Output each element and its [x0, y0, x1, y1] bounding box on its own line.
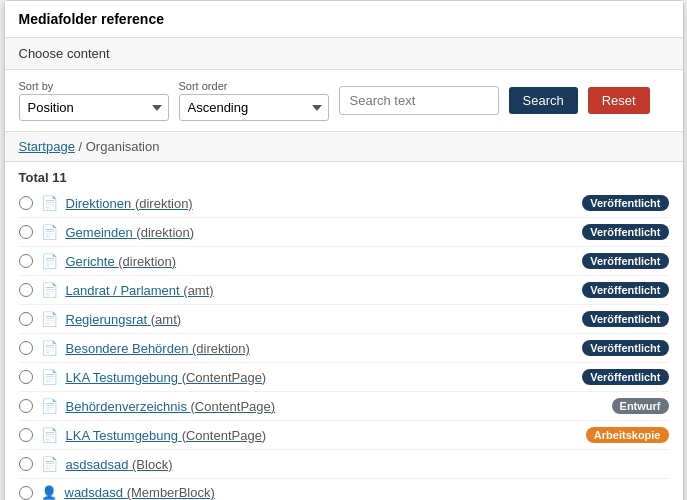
file-icon: 📄 [41, 398, 58, 414]
search-button[interactable]: Search [509, 87, 578, 114]
list-item: 📄LKA Testumgebung (ContentPage)Arbeitsko… [19, 421, 669, 450]
item-link[interactable]: Gerichte (direktion) [66, 254, 575, 269]
item-link[interactable]: LKA Testumgebung (ContentPage) [66, 370, 575, 385]
sort-order-label: Sort order [179, 80, 329, 92]
status-badge: Veröffentlicht [582, 340, 668, 356]
item-radio[interactable] [19, 399, 33, 413]
status-badge: Veröffentlicht [582, 369, 668, 385]
file-icon: 📄 [41, 456, 58, 472]
file-icon: 📄 [41, 369, 58, 385]
item-link[interactable]: LKA Testumgebung (ContentPage) [66, 428, 578, 443]
item-radio[interactable] [19, 370, 33, 384]
sort-by-label: Sort by [19, 80, 169, 92]
status-badge: Veröffentlicht [582, 195, 668, 211]
sort-order-select[interactable]: Ascending Descending [179, 94, 329, 121]
file-icon: 📄 [41, 282, 58, 298]
person-icon: 👤 [41, 485, 57, 500]
status-badge: Veröffentlicht [582, 253, 668, 269]
status-badge: Veröffentlicht [582, 224, 668, 240]
item-radio[interactable] [19, 225, 33, 239]
breadcrumb-startpage[interactable]: Startpage [19, 139, 75, 154]
status-badge: Arbeitskopie [586, 427, 669, 443]
item-radio[interactable] [19, 428, 33, 442]
total-count: Total 11 [5, 162, 683, 189]
item-link[interactable]: Landrat / Parlament (amt) [66, 283, 575, 298]
list-item: 📄Regierungsrat (amt)Veröffentlicht [19, 305, 669, 334]
status-badge: Veröffentlicht [582, 311, 668, 327]
search-input[interactable] [339, 86, 499, 115]
item-link[interactable]: Gemeinden (direktion) [66, 225, 575, 240]
status-badge: Veröffentlicht [582, 282, 668, 298]
toolbar: Sort by Position Title Date Sort order A… [5, 70, 683, 132]
item-radio[interactable] [19, 196, 33, 210]
file-icon: 📄 [41, 311, 58, 327]
breadcrumb-current: Organisation [86, 139, 160, 154]
item-radio[interactable] [19, 341, 33, 355]
list-item: 📄Gemeinden (direktion)Veröffentlicht [19, 218, 669, 247]
mediafolder-modal: Mediafolder reference Choose content Sor… [4, 0, 684, 500]
list-item: 📄Gerichte (direktion)Veröffentlicht [19, 247, 669, 276]
sort-by-group: Sort by Position Title Date [19, 80, 169, 121]
item-list: 📄Direktionen (direktion)Veröffentlicht📄G… [5, 189, 683, 500]
sort-order-group: Sort order Ascending Descending [179, 80, 329, 121]
sort-by-select[interactable]: Position Title Date [19, 94, 169, 121]
item-link[interactable]: Behördenverzeichnis (ContentPage) [66, 399, 604, 414]
file-icon: 📄 [41, 253, 58, 269]
reset-button[interactable]: Reset [588, 87, 650, 114]
item-link[interactable]: Besondere Behörden (direktion) [66, 341, 575, 356]
file-icon: 📄 [41, 224, 58, 240]
item-radio[interactable] [19, 283, 33, 297]
status-badge: Entwurf [612, 398, 669, 414]
item-radio[interactable] [19, 486, 33, 500]
item-link[interactable]: Direktionen (direktion) [66, 196, 575, 211]
file-icon: 📄 [41, 427, 58, 443]
file-icon: 📄 [41, 340, 58, 356]
list-item: 📄Behördenverzeichnis (ContentPage)Entwur… [19, 392, 669, 421]
list-item: 📄Direktionen (direktion)Veröffentlicht [19, 189, 669, 218]
item-radio[interactable] [19, 312, 33, 326]
list-item: 📄Besondere Behörden (direktion)Veröffent… [19, 334, 669, 363]
item-radio[interactable] [19, 254, 33, 268]
list-item: 📄LKA Testumgebung (ContentPage)Veröffent… [19, 363, 669, 392]
list-item: 📄asdsadsad (Block) [19, 450, 669, 479]
item-link[interactable]: Regierungsrat (amt) [66, 312, 575, 327]
item-link[interactable]: wadsdasd (MemberBlock) [65, 485, 669, 500]
breadcrumb: Startpage / Organisation [5, 132, 683, 162]
choose-content-label: Choose content [5, 38, 683, 70]
item-radio[interactable] [19, 457, 33, 471]
item-link[interactable]: asdsadsad (Block) [66, 457, 669, 472]
list-item: 📄Landrat / Parlament (amt)Veröffentlicht [19, 276, 669, 305]
list-item: 👤wadsdasd (MemberBlock) [19, 479, 669, 500]
breadcrumb-separator: / [79, 139, 83, 154]
file-icon: 📄 [41, 195, 58, 211]
modal-title: Mediafolder reference [5, 1, 683, 38]
